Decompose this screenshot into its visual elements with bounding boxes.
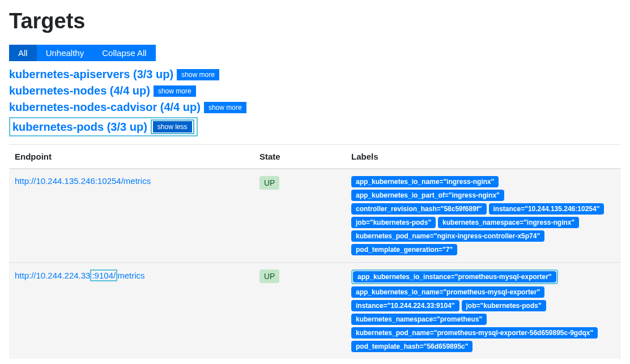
- label-tag: kubernetes_pod_name="prometheus-mysql-ex…: [351, 327, 598, 339]
- show-more-button[interactable]: show more: [177, 69, 219, 80]
- label-highlight: app_kubernetes_io_instance="prometheus-m…: [351, 269, 558, 284]
- label-tag: kubernetes_namespace="prometheus": [351, 314, 487, 325]
- target-group-nodes-cadvisor: kubernetes-nodes-cadvisor (4/4 up) show …: [9, 101, 621, 114]
- label-tag: instance="10.244.135.246:10254": [489, 203, 605, 215]
- label-tag: app_kubernetes_io_name="prometheus-mysql…: [351, 286, 544, 298]
- target-group-title[interactable]: kubernetes-nodes-cadvisor (4/4 up): [9, 101, 201, 114]
- label-tag: pod_template_hash="56d659895c": [351, 341, 472, 352]
- col-header-labels: Labels: [346, 145, 621, 169]
- table-row: http://10.244.224.33:9104/metrics UP app…: [9, 263, 621, 359]
- label-tag: app_kubernetes_io_part_of="ingress-nginx…: [351, 190, 504, 201]
- label-tag: app_kubernetes_io_instance="prometheus-m…: [353, 271, 556, 282]
- filter-unhealthy-button[interactable]: Unhealthy: [37, 45, 93, 61]
- show-less-button[interactable]: show less: [153, 121, 192, 132]
- filter-button-group: All Unhealthy Collapse All: [9, 45, 156, 61]
- label-tag: kubernetes_namespace="ingress-nginx": [438, 217, 579, 228]
- target-group-nodes: kubernetes-nodes (4/4 up) show more: [9, 84, 621, 97]
- show-more-button[interactable]: show more: [154, 85, 196, 97]
- targets-table: Endpoint State Labels http://10.244.135.…: [9, 144, 621, 359]
- table-row: http://10.244.135.246:10254/metrics UP a…: [9, 169, 621, 263]
- label-tag: job="kubernetes-pods": [351, 217, 436, 228]
- endpoint-link[interactable]: http://10.244.224.33:9104/metrics: [15, 271, 145, 280]
- target-group-title[interactable]: kubernetes-pods (3/3 up): [12, 121, 147, 134]
- labels-container: app_kubernetes_io_name="ingress-nginx" a…: [351, 176, 615, 255]
- label-tag: controller_revision_hash="58c59f689f": [351, 203, 487, 215]
- filter-all-button[interactable]: All: [9, 45, 37, 61]
- show-more-button[interactable]: show more: [204, 102, 246, 113]
- endpoint-text-pre: http://10.244.224.33: [15, 271, 90, 280]
- endpoint-link[interactable]: http://10.244.135.246:10254/metrics: [15, 176, 151, 186]
- col-header-state: State: [254, 145, 346, 169]
- state-badge: UP: [259, 176, 279, 190]
- state-badge: UP: [259, 269, 279, 283]
- page-title: Targets: [9, 9, 621, 33]
- endpoint-text-post: metrics: [117, 271, 144, 280]
- label-tag: kubernetes_pod_name="nginx-ingress-contr…: [351, 230, 544, 242]
- target-group-title[interactable]: kubernetes-nodes (4/4 up): [9, 84, 150, 97]
- collapse-all-button[interactable]: Collapse All: [93, 45, 155, 61]
- target-group-apiservers: kubernetes-apiservers (3/3 up) show more: [9, 68, 621, 81]
- label-tag: job="kubernetes-pods": [462, 300, 546, 311]
- target-group-title[interactable]: kubernetes-apiservers (3/3 up): [9, 68, 173, 81]
- label-tag: app_kubernetes_io_name="ingress-nginx": [351, 176, 499, 187]
- col-header-endpoint: Endpoint: [9, 145, 254, 169]
- labels-container: app_kubernetes_io_instance="prometheus-m…: [351, 269, 615, 352]
- label-tag: pod_template_generation="7": [351, 244, 457, 255]
- endpoint-highlight: :9104/: [90, 269, 117, 281]
- label-tag: instance="10.244.224.33:9104": [351, 300, 459, 311]
- target-group-pods: kubernetes-pods (3/3 up) show less: [9, 117, 621, 136]
